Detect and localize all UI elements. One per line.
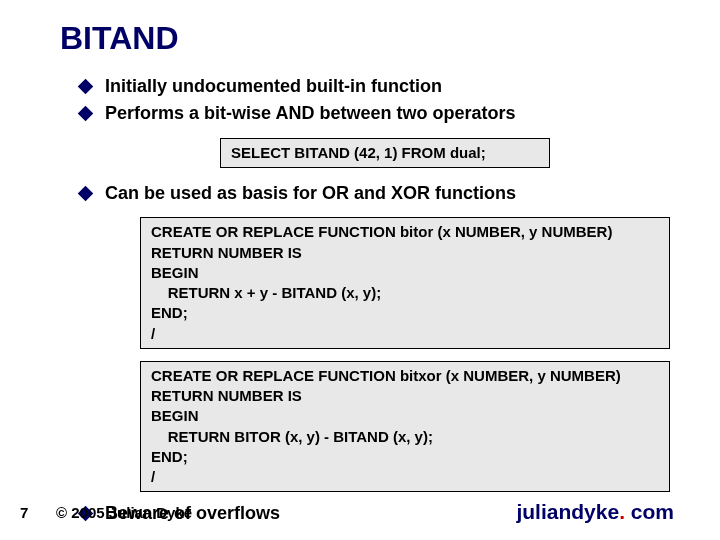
- page-number: 7: [20, 504, 48, 521]
- page-title: BITAND: [60, 20, 670, 57]
- bullet-text: Performs a bit-wise AND between two oper…: [105, 102, 515, 125]
- slide-footer: 7 © 2005 Julian Dyke juliandyke. com: [0, 500, 720, 524]
- slide: BITAND Initially undocumented built-in f…: [0, 0, 720, 540]
- brand-tld: com: [631, 500, 674, 523]
- code-box-select: SELECT BITAND (42, 1) FROM dual;: [220, 138, 550, 168]
- code-box-bitor: CREATE OR REPLACE FUNCTION bitor (x NUMB…: [140, 217, 670, 349]
- brand-link: juliandyke. com: [516, 500, 674, 524]
- bullet-text: Can be used as basis for OR and XOR func…: [105, 182, 516, 205]
- code-box-bitxor: CREATE OR REPLACE FUNCTION bitxor (x NUM…: [140, 361, 670, 493]
- bullet-item: Initially undocumented built-in function: [80, 75, 670, 98]
- bullet-item: Performs a bit-wise AND between two oper…: [80, 102, 670, 125]
- bullet-item: Can be used as basis for OR and XOR func…: [80, 182, 670, 205]
- diamond-bullet-icon: [78, 79, 94, 95]
- diamond-bullet-icon: [78, 106, 94, 122]
- copyright-text: © 2005 Julian Dyke: [56, 504, 516, 521]
- bullet-text: Initially undocumented built-in function: [105, 75, 442, 98]
- brand-name: juliandyke: [516, 500, 619, 523]
- diamond-bullet-icon: [78, 186, 94, 202]
- brand-dot: .: [619, 500, 631, 523]
